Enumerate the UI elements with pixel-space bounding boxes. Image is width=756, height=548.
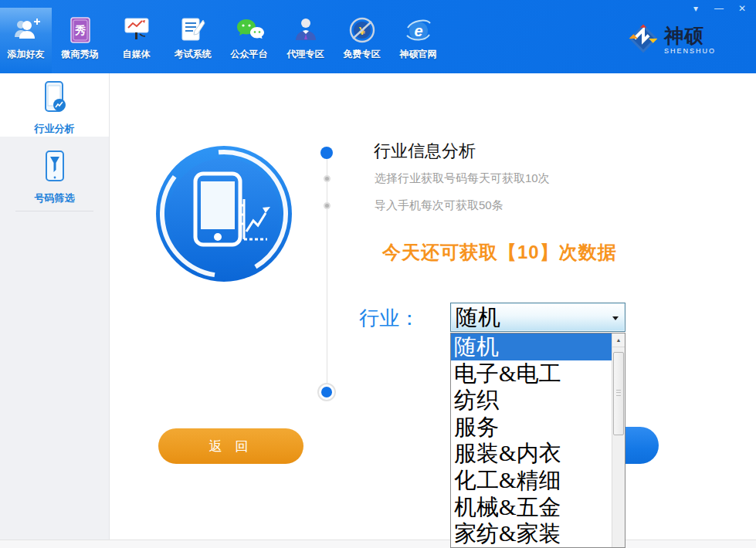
sidebar-item-number-filter[interactable]: 号码筛选 <box>0 149 109 209</box>
menu-icon[interactable]: ▾ <box>690 3 702 14</box>
brand-logo-icon <box>628 23 659 57</box>
e-char: e <box>414 22 422 39</box>
step-hint-1: 选择行业获取号码每天可获取10次 <box>375 171 550 186</box>
ie-browser-icon: e <box>405 15 432 46</box>
window-controls: ▾ — ✕ <box>690 3 748 14</box>
tab-self-media[interactable]: 自媒体 <box>108 8 164 73</box>
window-footer-strip <box>0 540 756 548</box>
dropdown-options: 随机 电子&电工 纺织 服务 服装&内衣 化工&精细 机械&五金 家纺&家装 <box>451 333 612 547</box>
sidebar-divider <box>15 211 93 211</box>
brand-title: 神硕 <box>664 26 716 46</box>
tab-exam-system[interactable]: 考试系统 <box>164 8 221 73</box>
free-yuan-icon: ¥ <box>348 15 376 46</box>
tab-label: 公众平台 <box>231 48 268 61</box>
tab-agent-zone[interactable]: 代理专区 <box>277 8 334 73</box>
tab-label: 免费专区 <box>344 48 381 61</box>
brand-logo: 神硕 SHENSHUO <box>628 23 716 57</box>
phone-chart-icon <box>42 79 68 118</box>
sidebar-item-industry-analysis[interactable]: 行业分析 <box>0 73 109 137</box>
tab-label: 自媒体 <box>123 48 151 61</box>
dropdown-option[interactable]: 电子&电工 <box>451 360 612 387</box>
tab-label: 微商秀场 <box>62 48 99 61</box>
back-button[interactable]: 返 回 <box>158 428 303 464</box>
timeline-dot-active <box>320 147 333 159</box>
back-button-label: 返 回 <box>209 438 253 455</box>
dropdown-option[interactable]: 服装&内衣 <box>451 440 612 467</box>
step-hint-2: 导入手机每次可获取50条 <box>375 198 503 213</box>
brand-subtitle: SHENSHUO <box>664 47 716 55</box>
timeline-line <box>327 153 327 392</box>
dropdown-option[interactable]: 纺织 <box>451 387 612 414</box>
timeline-dot <box>324 202 331 209</box>
show-char: 秀 <box>75 24 86 36</box>
minimize-icon[interactable]: — <box>713 3 725 14</box>
timeline-dot-end <box>317 383 336 401</box>
exam-doc-icon <box>181 15 205 46</box>
dropdown-option[interactable]: 家纺&家装 <box>451 520 612 547</box>
combobox-selected-value: 随机 <box>456 304 500 331</box>
section-title: 行业信息分析 <box>374 140 476 163</box>
close-icon[interactable]: ✕ <box>736 3 748 14</box>
timeline-dot <box>324 175 331 182</box>
main-content: 行业信息分析 选择行业获取号码每天可获取10次 导入手机每次可获取50条 今天还… <box>110 73 756 548</box>
tab-label: 添加好友 <box>8 48 45 61</box>
sidebar-item-label: 号码筛选 <box>35 191 75 205</box>
sidebar-item-label: 行业分析 <box>35 122 75 136</box>
phone-filter-icon <box>42 149 68 188</box>
tab-public-platform[interactable]: 公众平台 <box>221 8 277 73</box>
tab-weishang-show[interactable]: 秀 微商秀场 <box>52 8 108 73</box>
dropdown-option[interactable]: 服务 <box>451 414 612 441</box>
tab-free-zone[interactable]: ¥ 免费专区 <box>334 8 390 73</box>
scrollbar-thumb[interactable] <box>613 352 624 435</box>
industry-label: 行业： <box>359 305 419 332</box>
dropdown-option[interactable]: 随机 <box>451 333 612 360</box>
tab-add-friends[interactable]: 添加好友 <box>0 8 52 73</box>
toolbar-tabs: 添加好友 秀 微商秀场 自媒体 <box>0 8 446 73</box>
wechat-icon <box>235 15 264 46</box>
show-card-icon: 秀 <box>70 15 90 46</box>
quota-remaining-text: 今天还可获取【10】次数据 <box>382 240 617 265</box>
chevron-down-icon <box>612 316 619 320</box>
industry-combobox[interactable]: 随机 <box>450 303 625 332</box>
dropdown-option[interactable]: 机械&五金 <box>451 494 612 521</box>
tab-label: 神硕官网 <box>400 48 437 61</box>
media-board-icon <box>123 15 151 46</box>
sidebar: 行业分析 号码筛选 <box>0 73 110 548</box>
tab-label: 考试系统 <box>175 48 212 61</box>
phone-analysis-illustration <box>155 145 293 286</box>
add-friend-icon <box>12 15 41 46</box>
dropdown-option[interactable]: 化工&精细 <box>451 467 612 494</box>
industry-dropdown-list: 随机 电子&电工 纺织 服务 服装&内衣 化工&精细 机械&五金 家纺&家装 ▲ <box>450 333 625 548</box>
top-toolbar: ▾ — ✕ 添加好友 秀 <box>0 0 756 73</box>
dropdown-scrollbar[interactable]: ▲ <box>612 333 625 547</box>
agent-person-icon <box>293 15 318 46</box>
tab-label: 代理专区 <box>287 48 324 61</box>
scroll-up-icon[interactable]: ▲ <box>612 333 625 347</box>
tab-official-site[interactable]: e 神硕官网 <box>390 8 446 73</box>
